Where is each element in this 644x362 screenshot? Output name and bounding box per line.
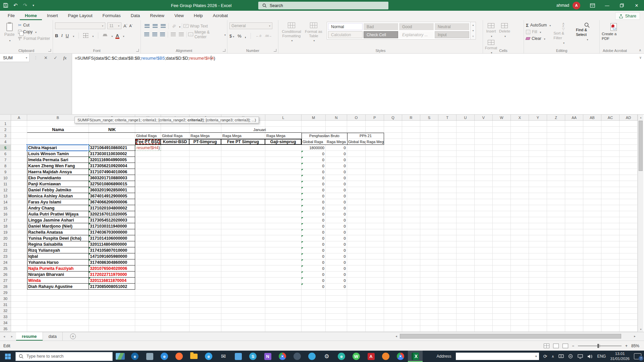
column-header-AB[interactable]: AB <box>583 115 601 121</box>
name-cell-row8[interactable]: Karen Zheng Wen Fang <box>27 163 89 169</box>
column-header-N[interactable]: N <box>326 115 347 121</box>
header-row4-right-2[interactable]: Global Raga <box>347 139 366 145</box>
nik-cell-row11[interactable]: 3275010806890015 <box>89 181 135 187</box>
column-header-L[interactable]: L <box>265 115 302 121</box>
name-cell-row12[interactable]: Daniel Febby Jatmiko <box>27 187 89 193</box>
clear-button[interactable]: Clear <box>526 35 551 42</box>
fill-color-button[interactable] <box>103 34 107 37</box>
bruto-global-raga-cell-row20[interactable]: 0 <box>302 235 326 241</box>
vertical-scroll-thumb[interactable] <box>639 121 643 171</box>
name-cell-row27[interactable]: Winda <box>27 278 89 284</box>
share-button[interactable]: Share <box>615 12 640 20</box>
sheet-nav-right-icon[interactable]: ▸ <box>11 335 13 338</box>
header-pph21[interactable]: PPh 21 <box>347 133 384 139</box>
name-cell-row16[interactable]: Aulia Putri Pratiwi Wijaya <box>27 211 89 217</box>
name-cell-row7[interactable]: Imelda Permata Sari <box>27 157 89 163</box>
nik-cell-row17[interactable]: 3173054512020003 <box>89 217 135 223</box>
row-header-28[interactable]: 28 <box>0 284 11 290</box>
start-button[interactable] <box>0 351 15 362</box>
bruto-global-raga-cell-row25[interactable]: 0 <box>302 265 326 272</box>
bruto-global-raga-cell-row12[interactable]: 0 <box>302 187 326 193</box>
page-break-view-button[interactable] <box>562 344 568 348</box>
row-header-24[interactable]: 24 <box>0 259 11 265</box>
increase-decimal-button[interactable]: ←.0 <box>256 34 261 38</box>
volume-icon[interactable] <box>587 354 593 359</box>
zoom-in-button[interactable]: + <box>625 344 628 348</box>
row-header-14[interactable]: 14 <box>0 199 11 205</box>
bruto-global-raga-cell-row8[interactable]: 0 <box>302 163 326 169</box>
create-pdf-button[interactable]: Create a PDF <box>602 22 625 41</box>
styles-scroll-up[interactable]: ▴ <box>472 23 474 26</box>
name-cell-row10[interactable]: Eko Purwidianto <box>27 175 89 181</box>
language-indicator[interactable]: ENG <box>597 354 606 359</box>
nik-cell-row6[interactable]: 3173030110030002 <box>89 151 135 157</box>
shrink-font-button[interactable]: Aˇ <box>129 24 132 28</box>
bruto-global-raga-cell-row10[interactable]: 0 <box>302 175 326 181</box>
ribbon-tab-acrobat[interactable]: Acrobat <box>208 11 233 20</box>
taskbar-app-github-desktop[interactable] <box>290 351 305 362</box>
column-header-Z[interactable]: Z <box>547 115 565 121</box>
close-button[interactable]: ✕ <box>629 0 644 11</box>
bruto-raga-mega-cell-row10[interactable]: 0 <box>326 175 347 181</box>
sort-filter-button[interactable]: AZ▽ Sort & Filter <box>553 22 573 45</box>
column-header-Q[interactable]: Q <box>384 115 402 121</box>
taskbar-app-adobe-acrobat[interactable]: A <box>364 351 378 362</box>
bruto-raga-mega-cell-row16[interactable]: 0 <box>326 211 347 217</box>
ribbon-tab-help[interactable]: Help <box>189 11 208 20</box>
bruto-raga-mega-cell-row12[interactable]: 0 <box>326 187 347 193</box>
bruto-global-raga-cell-row9[interactable]: 0 <box>302 169 326 175</box>
row-header-15[interactable]: 15 <box>0 205 11 211</box>
formula-bar-expand-icon[interactable]: ∨ <box>639 56 642 59</box>
taskbar-app-edge[interactable]: e <box>201 351 216 362</box>
column-header-AD[interactable]: AD <box>620 115 638 121</box>
name-cell-row17[interactable]: Lingga Jasmine Ashari <box>27 217 89 223</box>
zoom-out-button[interactable]: − <box>572 344 574 348</box>
column-header-AA[interactable]: AA <box>565 115 583 121</box>
nik-cell-row24[interactable]: 3174086304860000 <box>89 259 135 265</box>
column-header-A[interactable]: A <box>11 115 27 121</box>
name-cell-row14[interactable]: Faras Ayu Islami <box>27 199 89 205</box>
scroll-left-arrow[interactable]: ◂ <box>393 335 399 338</box>
row-header-2[interactable]: 2 <box>0 127 11 133</box>
collapse-ribbon-button[interactable]: ∧ <box>639 48 641 52</box>
row-header-19[interactable]: 19 <box>0 229 11 235</box>
row-header-25[interactable]: 25 <box>0 265 11 272</box>
formula-input[interactable]: =SUMIFS(data!$C:$C;data!$B:$B;resume!$B5… <box>75 55 215 61</box>
header-row3-2[interactable]: Raga Mega <box>190 133 221 139</box>
header-nama[interactable]: Nama <box>27 127 89 133</box>
taskbar-app-desktop-thumbnail[interactable] <box>113 351 127 362</box>
active-edit-cell-H5[interactable]: resume!$H4) <box>136 145 161 150</box>
bruto-global-raga-cell-row22[interactable]: 0 <box>302 247 326 253</box>
row-header-9[interactable]: 9 <box>0 169 11 175</box>
vertical-scrollbar[interactable]: ▴ ▾ <box>638 115 643 332</box>
taskbar-app-settings[interactable]: ⚙ <box>319 351 334 362</box>
bruto-raga-mega-cell-row9[interactable]: 0 <box>326 169 347 175</box>
address-dropdown-icon[interactable]: ▾ <box>533 355 539 358</box>
bruto-global-raga-cell-row21[interactable]: 0 <box>302 241 326 247</box>
header-row3-3[interactable]: Raga Mega <box>221 133 265 139</box>
styles-scroll-down[interactable]: ▾ <box>472 29 474 32</box>
nik-cell-row25[interactable]: 3201076504020006 <box>89 265 135 272</box>
sheet-tab-data[interactable]: data <box>43 332 63 341</box>
name-cell-row21[interactable]: Regina Salsabilla <box>27 241 89 247</box>
bruto-raga-mega-cell-row26[interactable]: 0 <box>326 272 347 278</box>
font-color-button[interactable]: A <box>116 33 119 38</box>
underline-button[interactable]: U <box>66 33 69 38</box>
accounting-format-button[interactable]: $ <box>229 34 234 39</box>
copy-button[interactable]: Copy <box>18 28 50 35</box>
nik-cell-row20[interactable]: 3171014106000000 <box>89 235 135 241</box>
row-header-31[interactable]: 31 <box>0 302 11 308</box>
row-header-27[interactable]: 27 <box>0 278 11 284</box>
bruto-raga-mega-cell-row7[interactable]: 0 <box>326 157 347 163</box>
column-header-R[interactable]: R <box>402 115 420 121</box>
network-display-icon[interactable] <box>578 354 583 359</box>
insert-cells-button[interactable]: Insert <box>485 22 497 39</box>
name-cell-row20[interactable]: Yunisa Puspita Dewi (Icha) <box>27 235 89 241</box>
column-header-O[interactable]: O <box>347 115 366 121</box>
bruto-raga-mega-cell-row24[interactable]: 0 <box>326 259 347 265</box>
nik-cell-row8[interactable]: 3173056210920004 <box>89 163 135 169</box>
row-header-17[interactable]: 17 <box>0 217 11 223</box>
bruto-global-raga-cell-row27[interactable]: 0 <box>302 278 326 284</box>
search-box[interactable]: Search <box>258 2 388 9</box>
conditional-formatting-button[interactable]: Conditional Formatting <box>280 22 303 43</box>
